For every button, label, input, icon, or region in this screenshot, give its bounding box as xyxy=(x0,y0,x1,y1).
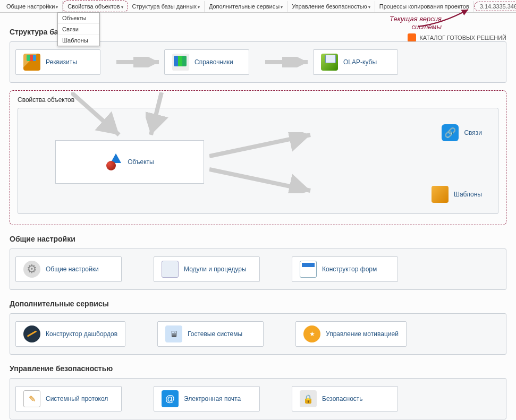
extra-services-title: Дополнительные сервисы xyxy=(10,299,506,308)
card-label: OLAP-кубы xyxy=(343,58,377,66)
chevron-down-icon: ▾ xyxy=(368,5,370,10)
card-label: Объекты xyxy=(128,158,154,166)
card-label: Реквизиты xyxy=(46,58,77,66)
system-version: 3.14.3335.34619-c834425 xyxy=(474,2,516,11)
menu-general-settings[interactable]: Общие настройки▾ xyxy=(2,1,63,12)
guest-systems-icon xyxy=(165,325,182,342)
menu-label: Управление безопасностью xyxy=(292,3,367,10)
dashboard-icon xyxy=(23,325,40,342)
menu-label: Дополнительные сервисы xyxy=(209,3,280,10)
extra-services-row: Конструктор дашбордов Гостевые системы У… xyxy=(10,313,506,355)
card-references[interactable]: Справочники xyxy=(164,49,249,75)
security-row: Системный протокол Электронная почта Без… xyxy=(10,378,506,419)
card-security[interactable]: Безопасность xyxy=(292,386,398,412)
card-motivation[interactable]: Управление мотивацией xyxy=(295,321,407,347)
menu-db-structure[interactable]: Структура базы данных▾ xyxy=(128,1,205,12)
card-label: Безопасность xyxy=(322,395,363,402)
card-label: Справочники xyxy=(194,58,233,66)
main-content: Структура базы данных Реквизиты Справочн… xyxy=(0,13,516,420)
dropdown-item-templates[interactable]: Шаблоны xyxy=(58,35,99,46)
card-label: Модули и процедуры xyxy=(184,265,247,273)
syslog-icon xyxy=(23,390,40,407)
menu-object-properties[interactable]: Свойства объектов▾ xyxy=(63,1,128,12)
arrow-icon xyxy=(209,132,316,159)
objects-icon xyxy=(105,153,122,170)
card-requisites[interactable]: Реквизиты xyxy=(15,49,100,75)
arrow-icon xyxy=(265,57,313,67)
card-system-log[interactable]: Системный протокол xyxy=(15,386,122,412)
card-links[interactable]: Связи xyxy=(442,124,482,141)
menu-label: Общие настройки xyxy=(6,3,55,10)
card-dashboard-constructor[interactable]: Конструктор дашбордов xyxy=(15,321,125,347)
chevron-down-icon: ▾ xyxy=(281,5,283,10)
menu-security-management[interactable]: Управление безопасностью▾ xyxy=(287,1,375,12)
references-icon xyxy=(172,54,189,71)
card-olap[interactable]: OLAP-кубы xyxy=(313,49,398,75)
dropdown-item-links[interactable]: Связи xyxy=(58,24,99,35)
chevron-down-icon: ▾ xyxy=(121,5,123,10)
menu-label: Процессы копирования проектов xyxy=(379,3,469,10)
object-properties-diagram: Свойства объектов Объекты Связи Шаблоны xyxy=(10,90,506,225)
general-settings-title: Общие настройки xyxy=(10,235,506,243)
security-title: Управление безопасностью xyxy=(10,364,506,373)
menu-label: Свойства объектов xyxy=(67,3,120,10)
modules-icon xyxy=(162,261,179,278)
arrow-icon xyxy=(116,57,164,67)
card-objects[interactable]: Объекты xyxy=(55,140,204,184)
card-label: Общие настройки xyxy=(46,265,99,273)
menu-label: Структура базы данных xyxy=(132,3,197,10)
links-icon xyxy=(442,124,459,141)
card-label: Шаблоны xyxy=(454,191,482,198)
chevron-down-icon: ▾ xyxy=(198,5,200,10)
card-label: Электронная почта xyxy=(184,395,241,402)
menu-extra-services[interactable]: Дополнительные сервисы▾ xyxy=(205,1,287,12)
card-email[interactable]: Электронная почта xyxy=(154,386,260,412)
card-templates[interactable]: Шаблоны xyxy=(432,186,482,203)
email-icon xyxy=(162,390,179,407)
forms-icon xyxy=(300,261,317,278)
card-forms[interactable]: Конструктор форм xyxy=(292,256,398,282)
dropdown-item-objects[interactable]: Объекты xyxy=(58,13,99,24)
top-menubar: Общие настройки▾ Свойства объектов▾ Стру… xyxy=(0,0,516,13)
card-modules[interactable]: Модули и процедуры xyxy=(154,256,260,282)
card-label: Управление мотивацией xyxy=(326,330,399,338)
card-label: Гостевые системы xyxy=(188,330,242,338)
card-guest-systems[interactable]: Гостевые системы xyxy=(157,321,264,347)
card-label: Системный протокол xyxy=(46,395,108,402)
chevron-down-icon: ▾ xyxy=(56,5,58,10)
lock-icon xyxy=(300,390,317,407)
diagram-title: Свойства объектов xyxy=(18,96,498,104)
db-structure-box: Реквизиты Справочники OLAP-кубы xyxy=(10,41,506,83)
card-general-settings[interactable]: Общие настройки xyxy=(15,256,122,282)
card-label: Конструктор дашбордов xyxy=(46,330,117,338)
templates-icon xyxy=(432,186,449,203)
motivation-icon xyxy=(303,325,320,342)
requisites-icon xyxy=(23,54,40,71)
gear-icon xyxy=(23,261,40,278)
card-label: Конструктор форм xyxy=(322,265,377,273)
menu-copy-processes[interactable]: Процессы копирования проектов xyxy=(375,1,474,12)
diagram-body: Объекты Связи Шаблоны xyxy=(18,108,498,214)
arrow-icon xyxy=(209,167,316,193)
svg-line-5 xyxy=(209,169,310,191)
olap-icon xyxy=(321,54,338,71)
object-properties-dropdown: Объекты Связи Шаблоны xyxy=(57,12,100,46)
general-settings-row: Общие настройки Модули и процедуры Конст… xyxy=(10,248,506,290)
svg-line-4 xyxy=(209,135,310,156)
card-label: Связи xyxy=(464,129,482,136)
